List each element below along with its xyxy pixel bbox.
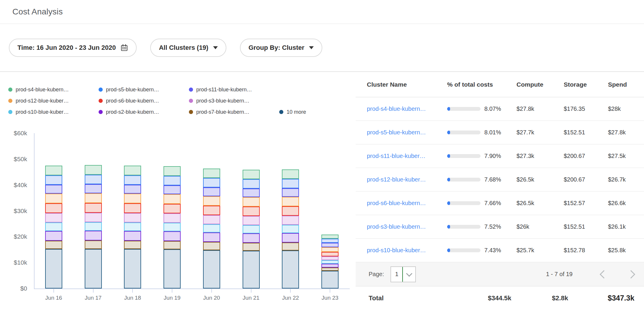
legend-item[interactable]: prod-s5-blue-kubern… — [99, 87, 189, 93]
legend-item[interactable]: prod-s4-blue-kubern… — [8, 87, 99, 93]
bar-segment — [321, 243, 339, 247]
col-header-pct-total-costs: % of total costs — [447, 81, 516, 88]
bar-segment — [85, 222, 102, 231]
clusters-filter-dropdown[interactable]: All Clusters (19) — [150, 39, 226, 57]
legend-item[interactable]: prod-s12-blue-kuber… — [8, 98, 99, 104]
legend-label: prod-s4-blue-kubern… — [16, 87, 69, 93]
next-page-button[interactable] — [627, 270, 635, 278]
bar-segment — [282, 250, 299, 288]
pct-progress-fill — [447, 248, 450, 252]
cluster-name-link[interactable]: prod-s12-blue-kuber… — [367, 176, 426, 183]
bar-segment — [203, 233, 220, 242]
bar-segment — [85, 213, 102, 222]
pct-progress-fill — [447, 107, 450, 111]
cluster-name-link[interactable]: prod-s5-blue-kubern… — [367, 129, 426, 136]
group-by-dropdown[interactable]: Group By: Cluster — [240, 39, 322, 57]
pct-value: 7.52% — [484, 223, 501, 230]
pct-progress-fill — [447, 178, 450, 182]
table-row: prod-s4-blue-kubern…8.07%$27.8k$176.35$2… — [356, 97, 644, 121]
col-header-compute: Compute — [516, 81, 564, 88]
legend-item[interactable]: prod-s6-blue-kubern… — [99, 98, 189, 104]
bar-segment — [45, 231, 62, 241]
legend-label: 10 more — [287, 109, 306, 115]
bar-segment — [243, 179, 260, 189]
table-row: prod-s3-blue-kubern…7.52%$26k$152.51$26.… — [356, 215, 644, 239]
pct-progress-bar — [447, 248, 480, 252]
legend-item[interactable]: prod-s11-blue-kubern… — [189, 87, 279, 93]
stacked-bar-jun-17 — [85, 165, 102, 288]
legend-item[interactable]: prod-s3-blue-kubern… — [189, 98, 279, 104]
legend-dot-icon — [8, 110, 12, 114]
legend-item[interactable]: 10 more — [279, 109, 306, 115]
cluster-name-link[interactable]: prod-s3-blue-kubern… — [367, 223, 426, 230]
bar-segment — [321, 260, 339, 264]
bar-segment — [45, 194, 62, 203]
bar-segment — [164, 223, 181, 231]
cluster-name-link[interactable]: prod-s6-blue-kubern… — [367, 200, 426, 206]
pct-value: 8.07% — [484, 105, 501, 112]
table-row: prod-s5-blue-kubern…8.01%$27.7k$152.51$2… — [356, 121, 644, 144]
bar-segment — [45, 175, 62, 185]
page-select-value: 1 — [391, 267, 402, 282]
bar-segment — [85, 165, 102, 175]
y-axis-tick-label: $10k — [0, 259, 27, 266]
compute-value: $27.3k — [516, 153, 564, 159]
table-row: prod-s11-blue-kuber…7.90%$27.3k$200.67$2… — [356, 144, 644, 168]
bar-segment — [321, 252, 339, 256]
x-axis-tick-label: Jun 20 — [192, 295, 231, 301]
x-axis-tick — [290, 289, 291, 293]
legend-item[interactable]: prod-s7-blue-kubern… — [189, 109, 279, 115]
bar-segment — [282, 243, 299, 250]
legend-dot-icon — [8, 88, 12, 92]
bar-segment — [85, 203, 102, 213]
bar-segment — [243, 225, 260, 233]
storage-value: $152.57 — [564, 200, 608, 207]
legend-dot-icon — [99, 99, 103, 103]
storage-value: $200.67 — [564, 176, 608, 183]
bar-segment — [282, 179, 299, 188]
pct-value: 8.01% — [484, 129, 501, 136]
legend-item[interactable]: prod-s2-blue-kubern… — [99, 109, 189, 115]
spend-value: $26.7k — [608, 176, 644, 183]
cluster-name-link[interactable]: prod-s4-blue-kubern… — [367, 105, 426, 112]
bar-segment — [164, 176, 181, 185]
time-range-filter[interactable]: Time: 16 Jun 2020 - 23 Jun 2020 — [9, 39, 137, 57]
x-axis-tick — [93, 289, 94, 293]
y-axis-tick-label: $40k — [0, 181, 27, 189]
bar-segment — [45, 166, 62, 175]
storage-value: $152.51 — [564, 223, 608, 230]
chevron-down-icon — [403, 267, 415, 282]
bar-segment — [85, 193, 102, 203]
storage-value: $152.51 — [564, 129, 608, 136]
page-select[interactable]: 1 — [390, 266, 416, 282]
bar-segment — [124, 203, 141, 213]
bar-segment — [243, 207, 260, 216]
chart-panel: prod-s4-blue-kubern…prod-s5-blue-kubern…… — [0, 72, 356, 310]
bar-segment — [203, 178, 220, 187]
legend-dot-icon — [189, 88, 193, 92]
pct-progress-fill — [447, 225, 450, 229]
compute-value: $26.5k — [516, 200, 564, 207]
prev-page-button[interactable] — [600, 270, 608, 278]
bar-segment — [124, 194, 141, 203]
calendar-icon — [120, 44, 128, 52]
bar-segment — [85, 249, 102, 288]
cluster-name-link[interactable]: prod-s10-blue-kuber… — [367, 247, 426, 253]
bar-segment — [282, 197, 299, 206]
pct-progress-bar — [447, 201, 480, 205]
bar-segment — [85, 240, 102, 249]
bar-segment — [203, 169, 220, 178]
storage-value: $152.78 — [564, 247, 608, 254]
bar-segment — [203, 250, 220, 288]
compute-value: $26.5k — [516, 176, 564, 183]
bars-area — [34, 133, 350, 288]
bar-segment — [282, 233, 299, 243]
table-body: prod-s4-blue-kubern…8.07%$27.8k$176.35$2… — [356, 97, 644, 262]
y-axis-tick-label: $20k — [0, 233, 27, 240]
cluster-name-link[interactable]: prod-s11-blue-kuber… — [367, 153, 426, 159]
legend-item[interactable]: prod-s10-blue-kuber… — [8, 109, 99, 115]
bar-segment — [321, 235, 339, 239]
bar-segment — [124, 231, 141, 241]
bar-segment — [45, 185, 62, 194]
bar-segment — [282, 216, 299, 225]
